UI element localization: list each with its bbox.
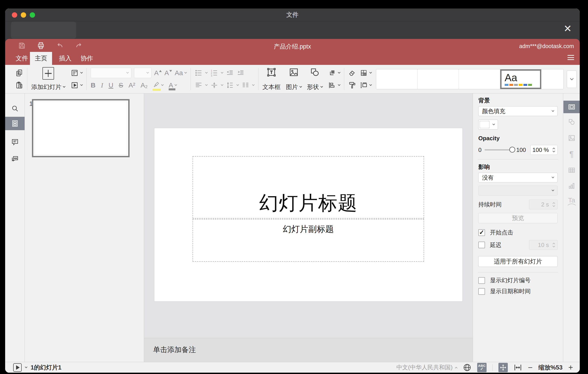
increase-font-button[interactable]: A <box>154 70 162 76</box>
subscript-button[interactable]: A₂ <box>140 82 148 88</box>
chevron-down-icon[interactable] <box>175 83 177 86</box>
clear-style-icon[interactable] <box>348 69 356 77</box>
textart-settings-button[interactable]: Ta <box>563 197 580 204</box>
increase-indent-icon[interactable] <box>237 69 244 77</box>
highlight-color-button[interactable] <box>153 81 163 89</box>
comments-button[interactable] <box>5 138 25 146</box>
font-size-select[interactable] <box>134 68 151 78</box>
opacity-slider[interactable] <box>484 149 512 151</box>
chat-button[interactable] <box>5 155 25 163</box>
spellcheck-toggle[interactable]: ABC ✓ <box>477 363 487 372</box>
chevron-down-icon[interactable] <box>369 83 372 86</box>
slide-size-icon[interactable] <box>360 81 368 89</box>
superscript-button[interactable]: A² <box>128 82 135 88</box>
chevron-down-icon[interactable] <box>221 71 223 74</box>
bold-button[interactable]: B <box>91 82 96 88</box>
copy-icon[interactable] <box>15 69 23 77</box>
shape-button[interactable]: 形状 <box>307 67 323 91</box>
editing-canvas[interactable]: 幻灯片标题 幻灯片副标题 <box>144 93 473 338</box>
slide-thumbnail-selected[interactable] <box>32 99 130 157</box>
subtitle-placeholder[interactable]: 幻灯片副标题 <box>193 219 424 262</box>
image-button[interactable]: 图片 <box>286 67 302 91</box>
color-scheme-icon[interactable] <box>360 69 368 77</box>
theme-thumbnail-selected[interactable]: Aa <box>500 69 541 89</box>
language-selector[interactable]: 中文(中华人民共和国) <box>397 363 457 371</box>
chevron-down-icon[interactable] <box>252 83 254 86</box>
start-on-click-checkbox[interactable]: ✓ <box>478 229 485 236</box>
columns-icon[interactable] <box>242 81 249 89</box>
paste-icon[interactable] <box>15 81 23 89</box>
chevron-down-icon[interactable] <box>221 83 223 86</box>
slide-layout-icon[interactable] <box>71 69 78 77</box>
textbox-button[interactable]: 文本框 <box>262 67 281 91</box>
chevron-down-icon[interactable] <box>369 71 372 74</box>
add-slide-button[interactable]: 添加幻灯片 <box>31 67 65 91</box>
chevron-down-icon[interactable] <box>299 85 302 88</box>
chevron-down-icon[interactable] <box>236 83 239 86</box>
theme-thumbnail[interactable] <box>459 69 500 89</box>
delay-checkbox[interactable] <box>478 242 485 248</box>
font-color-button[interactable]: A <box>169 82 177 88</box>
underline-button[interactable]: U <box>109 82 114 88</box>
align-shapes-icon[interactable] <box>328 81 336 89</box>
set-language-icon[interactable] <box>463 363 471 372</box>
chevron-down-icon[interactable] <box>161 83 164 86</box>
fill-type-select[interactable]: 颜色填充 <box>478 106 558 116</box>
tab-insert[interactable]: 插入 <box>57 52 73 65</box>
image-settings-button[interactable] <box>563 134 580 142</box>
chevron-down-icon[interactable] <box>25 365 27 368</box>
tab-file[interactable]: 文件 <box>14 52 30 65</box>
theme-thumbnail[interactable] <box>541 69 563 89</box>
chevron-down-icon[interactable] <box>338 71 340 74</box>
tab-collaboration[interactable]: 协作 <box>79 52 95 65</box>
slides-panel-button[interactable] <box>5 117 25 130</box>
opacity-slider-knob[interactable] <box>509 147 515 153</box>
decrease-font-button[interactable]: A <box>164 70 172 76</box>
search-button[interactable] <box>5 105 25 112</box>
fit-to-width-icon[interactable] <box>514 363 522 372</box>
chart-settings-button[interactable] <box>563 182 580 190</box>
font-name-select[interactable] <box>91 68 131 78</box>
menu-icon[interactable] <box>567 55 574 60</box>
show-slide-number-checkbox[interactable] <box>478 277 485 284</box>
paragraph-settings-button[interactable]: ¶ <box>563 150 580 158</box>
notes-area[interactable]: 单击添加备注 <box>144 338 473 362</box>
line-spacing-icon[interactable] <box>226 81 234 89</box>
arrange-shapes-icon[interactable] <box>328 69 336 77</box>
tab-home[interactable]: 主页 <box>30 52 52 65</box>
slide-surface[interactable]: 幻灯片标题 幻灯片副标题 <box>154 128 463 302</box>
start-slideshow-icon[interactable] <box>71 81 78 89</box>
horizontal-align-icon[interactable] <box>195 81 202 89</box>
apply-to-all-slides-button[interactable]: 适用于所有幻灯片 <box>478 256 558 267</box>
theme-thumbnail[interactable] <box>418 69 459 89</box>
chevron-down-icon[interactable] <box>184 71 187 74</box>
title-placeholder[interactable]: 幻灯片标题 <box>193 156 424 219</box>
chevron-down-icon[interactable] <box>205 83 208 86</box>
close-editor-button[interactable]: ✕ <box>561 22 574 35</box>
italic-button[interactable]: I <box>101 82 103 88</box>
bullet-list-icon[interactable] <box>195 69 202 77</box>
copy-style-icon[interactable] <box>348 81 356 89</box>
shape-settings-button[interactable] <box>563 118 580 126</box>
chevron-down-icon[interactable] <box>63 85 65 88</box>
numbered-list-icon[interactable]: 123 <box>210 69 218 77</box>
theme-thumbnail[interactable] <box>376 69 418 89</box>
effect-select[interactable]: 没有 <box>478 173 558 183</box>
zoom-out-button[interactable]: − <box>528 363 533 372</box>
chevron-down-icon[interactable] <box>320 85 323 88</box>
slide-settings-button[interactable] <box>563 101 580 113</box>
fit-to-slide-button[interactable] <box>498 363 508 372</box>
chevron-down-icon[interactable] <box>205 71 208 74</box>
change-case-button[interactable]: Aa <box>175 70 187 76</box>
fill-color-button[interactable] <box>478 120 498 130</box>
chevron-down-icon[interactable] <box>80 71 83 74</box>
vertical-align-icon[interactable] <box>210 81 218 89</box>
chevron-down-icon[interactable] <box>338 83 340 86</box>
spinner-down-icon[interactable] <box>553 150 555 152</box>
opacity-spinner[interactable]: 100 % <box>530 145 558 155</box>
zoom-in-button[interactable]: + <box>568 363 573 372</box>
start-preview-button[interactable] <box>13 363 22 372</box>
show-date-time-checkbox[interactable] <box>478 288 485 295</box>
decrease-indent-icon[interactable] <box>226 69 234 77</box>
strikethrough-button[interactable]: S <box>119 82 123 88</box>
